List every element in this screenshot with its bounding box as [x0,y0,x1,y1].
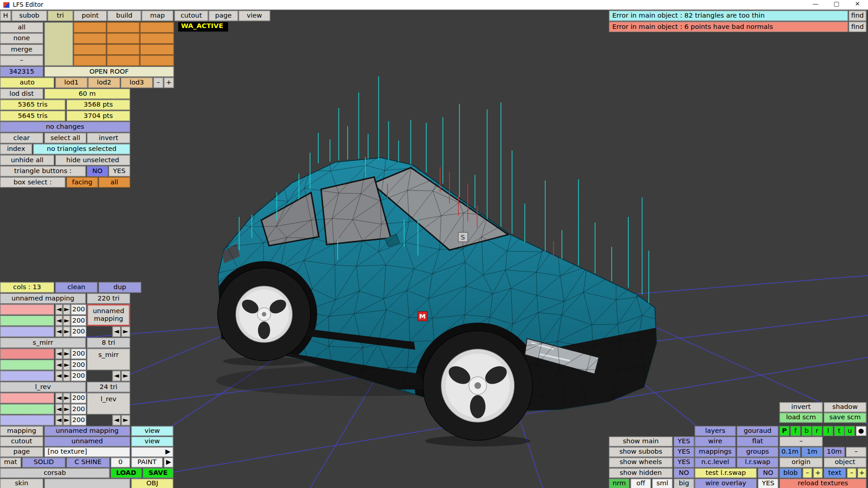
color-dec-button[interactable]: ◄ [55,404,62,414]
menu-item-cutout[interactable]: cutout [175,10,208,21]
paint-button[interactable]: PAINT [131,458,163,468]
mapping-box-selected[interactable]: unnamed mapping [87,304,130,326]
show-main-toggle[interactable]: YES [674,436,694,446]
color-swatch[interactable] [0,360,54,370]
color-swatch[interactable] [0,371,54,381]
wire-overlay-button[interactable]: wire overlay [695,479,757,488]
lod-dist-value[interactable]: 60 m [44,89,130,99]
menu-item-subob[interactable]: subob [12,10,47,21]
test-lrswap-toggle[interactable]: NO [758,468,778,478]
car-name-field[interactable]: corsab [0,468,109,478]
grid-1m-button[interactable]: 1m [802,447,823,457]
color-dec-button[interactable]: ◄ [55,304,62,314]
minimize-button[interactable]: — [805,0,826,9]
mapping-box[interactable]: s_mirr [87,348,130,370]
lod1-button[interactable]: lod1 [55,77,87,88]
reload-textures-button[interactable]: reload textures [779,479,866,488]
lrswap-button[interactable]: l.r.swap [737,458,778,468]
subob-grid-cell[interactable] [74,44,106,55]
mappings-view-button[interactable]: mappings [695,447,736,457]
color-value[interactable]: 200 [71,371,86,381]
subob-grid-cell[interactable] [107,55,139,66]
mat-solid-button[interactable]: SOLID [22,458,66,468]
color-inc-button[interactable]: ► [63,371,71,381]
select-all-tris-button[interactable]: select all [44,133,86,143]
subob-grid-cell[interactable] [140,44,174,55]
menu-item-tri[interactable]: tri [47,10,73,21]
mapping-prev-button[interactable]: ◄ [113,326,121,337]
color-value[interactable]: 200 [71,304,86,314]
grid-01m-button[interactable]: 0.1m [779,447,801,457]
nrm-off-button[interactable]: off [631,479,651,488]
color-inc-button[interactable]: ► [63,393,71,403]
mapping-group-name[interactable]: unnamed mapping [0,293,86,304]
color-dec-button[interactable]: ◄ [55,326,62,337]
mapping-prev-button[interactable]: ◄ [113,371,121,381]
menu-item-build[interactable]: build [108,10,142,21]
channel-dot-button[interactable]: ● [856,426,866,436]
lod2-button[interactable]: lod2 [88,77,120,88]
subob-grid-cell[interactable] [107,44,139,55]
mapping-group-name[interactable]: s_mirr [0,338,86,348]
text-minus-button[interactable]: – [847,468,856,478]
shadow-button[interactable]: shadow [824,402,866,412]
invert-selection-button[interactable]: invert [87,133,130,143]
color-value[interactable]: 200 [71,315,86,326]
object-button[interactable]: object [824,458,866,468]
select-none-button[interactable]: none [0,33,43,43]
color-dec-button[interactable]: ◄ [55,393,62,403]
color-inc-button[interactable]: ► [63,304,71,314]
lod-plus-button[interactable]: + [164,77,174,88]
clear-selection-button[interactable]: clear [0,133,43,143]
wire-button[interactable]: wire [695,436,736,446]
color-inc-button[interactable]: ► [63,348,71,359]
triangle-buttons-yes[interactable]: YES [108,166,130,176]
channel-r-button[interactable]: r [812,426,822,436]
page-next-button[interactable]: ▶ [131,447,173,457]
grid-10m-button[interactable]: 10m [824,447,845,457]
mapping-group-name[interactable]: l_rev [0,382,86,392]
channel-f-button[interactable]: f [791,426,801,436]
menu-item-h[interactable]: H [0,10,11,21]
channel-u-button[interactable]: u [845,426,855,436]
paint-next-button[interactable]: ▶ [164,458,173,468]
mat-cshine-button[interactable]: C SHINE [66,458,110,468]
color-swatch[interactable] [0,404,54,414]
groups-view-button[interactable]: groups [737,447,778,457]
color-value[interactable]: 200 [71,348,86,359]
grid-off-button[interactable]: – [846,447,866,457]
menu-item-map[interactable]: map [142,10,173,21]
clean-button[interactable]: clean [55,282,97,292]
show-subobs-toggle[interactable]: YES [674,447,694,457]
subob-grid-cell[interactable] [74,22,106,33]
subob-grid-cell[interactable] [74,33,106,43]
color-swatch[interactable] [0,326,54,337]
save-button[interactable]: SAVE [143,468,173,478]
save-scm-button[interactable]: save scm [824,413,866,422]
mapping-value[interactable]: unnamed mapping [44,426,130,436]
index-button[interactable]: index [0,144,32,154]
color-inc-button[interactable]: ► [63,415,71,425]
nrm-button[interactable]: nrm [609,479,629,488]
invert-button[interactable]: invert [779,402,823,412]
subob-grid-cell[interactable] [140,55,174,66]
menu-item-page[interactable]: page [209,10,238,21]
color-swatch[interactable] [0,348,54,359]
flat-button[interactable]: flat [737,436,778,446]
color-value[interactable]: 200 [71,415,86,425]
menu-item-point[interactable]: point [74,10,107,21]
gouraud-button[interactable]: gouraud [737,426,778,436]
color-dec-button[interactable]: ◄ [55,348,62,359]
mapping-next-button[interactable]: ► [121,415,130,425]
load-scm-button[interactable]: load scm [779,413,823,422]
hide-unselected-button[interactable]: hide unselected [55,155,130,165]
mapping-next-button[interactable]: ► [121,371,130,381]
merge-button[interactable]: merge [0,44,43,55]
lod-minus-button[interactable]: – [153,77,163,88]
shine-value[interactable]: 0 [111,458,130,468]
subob-grid-cell[interactable] [140,22,174,33]
close-button[interactable]: ✕ [847,0,868,9]
subob-grid-cell[interactable] [74,55,106,66]
color-swatch[interactable] [0,304,54,314]
cutout-view-button[interactable]: view [131,436,173,446]
